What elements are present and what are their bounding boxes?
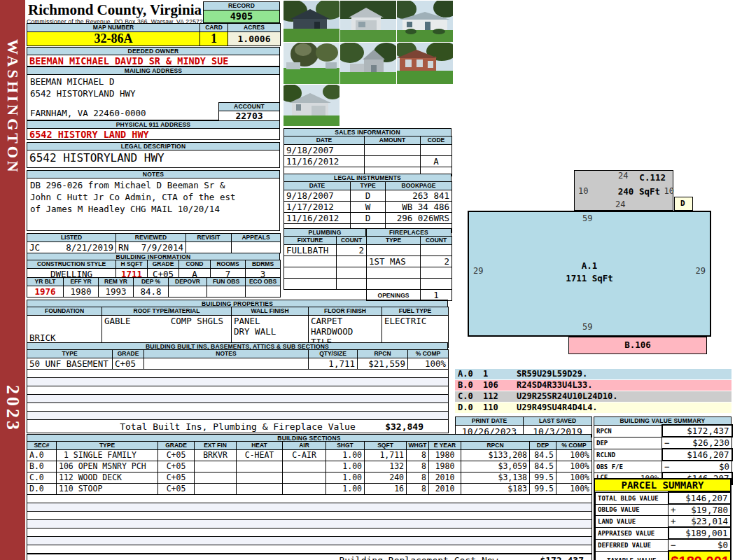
- bs-whgt-1: 8: [407, 461, 429, 472]
- remyr-label: REM YR: [99, 278, 134, 286]
- record-box: RECORD 4905: [203, 1, 280, 23]
- bs-sec-2: C.0: [27, 472, 57, 484]
- parcel-op-2: +: [671, 516, 676, 526]
- property-photo-7[interactable]: [284, 85, 340, 126]
- legend-sec-b: B.0: [455, 380, 483, 391]
- property-photo-5[interactable]: [340, 43, 396, 84]
- bs-h-sec: SEC#: [27, 442, 57, 450]
- grade-label: GRADE: [148, 260, 179, 269]
- legend-sec-d: D.0: [455, 402, 483, 413]
- bi-grade-value: C+05: [113, 358, 144, 370]
- sales-date-0: 9/18/2007: [284, 145, 365, 156]
- district-sidebar: WASHINGTON 2023: [0, 0, 25, 560]
- listed-by: JC: [29, 242, 40, 253]
- property-photo-6[interactable]: [397, 43, 453, 84]
- bs-air-0: C-AIR: [283, 450, 326, 461]
- legend-path-b: R24SD4R33U4L33.: [517, 380, 592, 391]
- bs-comp-3: 100%: [556, 484, 592, 495]
- acres-value: 1.0006: [228, 32, 281, 46]
- sketch-c-sqft: 240 SqFt: [618, 187, 660, 197]
- property-photo-1[interactable]: [284, 1, 340, 42]
- bs-whgt-3: 8: [407, 484, 429, 495]
- instr-type-2: D: [351, 213, 386, 224]
- rcn-value: $172,437: [540, 555, 584, 560]
- effyr-value: 1980: [64, 286, 99, 298]
- wall-finish-1: PANEL: [234, 316, 306, 326]
- legend-row-b: B.0 106 R24SD4R33U4L33.: [455, 380, 732, 391]
- bs-grade-1: C+05: [158, 461, 195, 472]
- bs-grade-2: C+05: [158, 472, 195, 484]
- bs-ext-0: BRKVR: [195, 450, 237, 461]
- bs-h-type: TYPE: [57, 442, 158, 450]
- sketch-legend: A.0 1 SR59U29L59D29. B.0 106 R24SD4R33U4…: [455, 369, 732, 414]
- taxable-value: $189,001: [668, 551, 731, 560]
- yrblt-label: YR BLT: [27, 278, 64, 286]
- property-photo-3[interactable]: [397, 1, 453, 42]
- bi-qty-value: 1,711: [309, 358, 358, 370]
- legal-instruments-table: DATE TYPE BOOKPAGE 9/18/2007 D 263 841 1…: [284, 181, 452, 233]
- plumbing-fixture-value: FULLBATH: [284, 245, 337, 256]
- building-section-row: C.0 112 WOOD DECK C+05 1.00 240 8 2010 $…: [27, 472, 592, 484]
- map-table: MAP NUMBER CARD ACRES 32-86A 1 1.0006: [27, 23, 281, 46]
- bs-h-whgt: WHGT: [407, 442, 429, 450]
- legend-row-d: D.0 110 U29R49SU4R4D4L4.: [455, 402, 732, 413]
- sketch-a-sqft: 1711 SqFt: [469, 274, 710, 284]
- bvs-op-1: −: [664, 438, 670, 448]
- bs-h-air: AIR: [283, 442, 326, 450]
- sketch-c-left-dim: 10: [578, 187, 588, 196]
- instr-book-0: 263 841: [386, 190, 452, 202]
- legal-description-value: 6542 HISTORYLAND HWY: [27, 150, 280, 168]
- bs-h-ext: EXT FIN: [195, 442, 237, 450]
- deppct-value: 84.8: [134, 286, 169, 298]
- yrblt-value: 1976: [27, 286, 64, 298]
- instr-type-0: D: [351, 190, 386, 202]
- parcel-summary: PARCEL SUMMARY TOTAL BLDG VALUE $146,207…: [594, 478, 732, 560]
- plumbing-count-value: 2: [337, 245, 367, 256]
- sketch-a-top-dim: 59: [582, 214, 592, 223]
- property-photo-2[interactable]: [340, 1, 396, 42]
- bs-whgt-2: 8: [407, 472, 429, 484]
- bs-type-1: 106 OPEN MSNRY PCH: [57, 461, 158, 472]
- hsqft-label: H SQFT: [116, 260, 148, 269]
- card-label: CARD: [200, 24, 228, 32]
- parcel-key-1: OBLDG VALUE: [596, 504, 668, 516]
- bs-sec-3: D.0: [27, 484, 57, 495]
- sketch-c-name: C.112: [639, 173, 666, 183]
- bs-eyear-2: 2010: [429, 472, 461, 484]
- bvs-value-2: $146,207: [662, 449, 732, 461]
- last-saved-label: LAST SAVED: [524, 417, 592, 426]
- building-info-table-2: YR BLT EFF YR REM YR DEP % DEPOVR FUN OB…: [27, 277, 281, 298]
- mailing-line-1: BEEMAN MICHAEL D: [30, 76, 114, 87]
- revisit-value: [186, 242, 232, 253]
- bs-h-eyear: E YEAR: [429, 442, 461, 450]
- instrument-row: 11/16/2012 D 296 026WRS: [284, 213, 452, 224]
- sketch-c-top-dim: 24: [618, 172, 628, 181]
- fireplace-count-label: COUNT: [421, 237, 452, 245]
- instr-type-label: TYPE: [351, 182, 386, 190]
- parcel-value-2: $23,014: [671, 516, 728, 526]
- bi-notes-value: [144, 358, 309, 370]
- bvs-key-2: RCLND: [594, 449, 662, 461]
- bi-type-label: TYPE: [27, 350, 113, 358]
- property-record-card: WASHINGTON 2023 Richmond County, Virgini…: [0, 0, 735, 560]
- foundation-label: FOUNDATION: [27, 307, 102, 316]
- bs-type-2: 112 WOOD DECK: [57, 472, 158, 484]
- parcel-key-3: APPRAISED VALUE: [596, 527, 668, 539]
- reviewed-label: REVIEWED: [116, 234, 186, 242]
- notes-line-2: John C Hutt Jr Co Admin, CTA of the est: [30, 192, 236, 202]
- building-sections-table: SEC# TYPE GRADE EXT FIN HEAT AIR SHGT SQ…: [27, 441, 592, 560]
- review-table: LISTED REVIEWED REVISIT APPEALS JC8/21/2…: [27, 233, 281, 253]
- instrument-row: 1/17/2012 W WB 34 486: [284, 202, 452, 213]
- bs-dep-2: 99.5: [530, 472, 556, 484]
- bs-rpcn-2: $3,138: [461, 472, 530, 484]
- instr-date-label: DATE: [284, 182, 351, 190]
- parcel-value-4: $0: [671, 540, 728, 550]
- parcel-op-1: +: [671, 505, 676, 515]
- legend-code-c: 112: [483, 391, 517, 402]
- fireplace-count-value: 2: [421, 256, 452, 267]
- legend-path-a: SR59U29L59D29.: [517, 369, 587, 379]
- building-section-row: A.0 1 SINGLE FAMILY C+05 BRKVR C-HEAT C-…: [27, 450, 592, 461]
- parcel-value-0: $146,207: [668, 492, 731, 504]
- rooms-label: ROOMS: [211, 260, 246, 269]
- property-photo-4[interactable]: [284, 43, 340, 84]
